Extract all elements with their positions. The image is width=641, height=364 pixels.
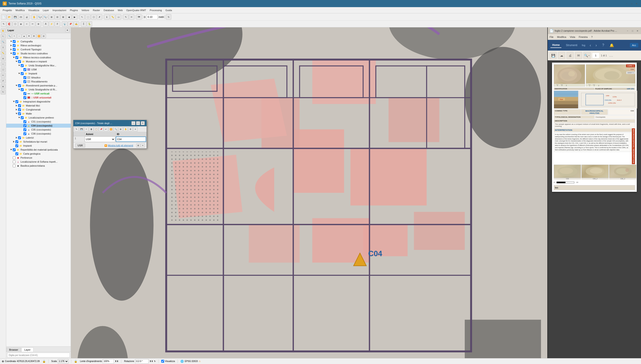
expand-icon[interactable]	[13, 100, 15, 103]
maximize-btn[interactable]: □	[630, 2, 633, 5]
tool-identify[interactable]: ℹ	[1, 45, 6, 50]
layer-checkbox[interactable]	[13, 164, 16, 167]
list-item[interactable]: ▲ C04 (cocciopesto)	[6, 124, 71, 128]
menu-raster[interactable]: Raster	[91, 8, 102, 12]
attr-dialog-close-btn[interactable]: ✕	[141, 121, 145, 125]
list-item[interactable]: Riscaldamento	[6, 80, 71, 84]
layer-checkbox[interactable]	[18, 108, 21, 111]
attr-paste-btn[interactable]: 📌	[99, 127, 103, 132]
pdf-share-btn[interactable]: Acc	[630, 43, 638, 48]
menu-vettore[interactable]: Vettore	[80, 8, 91, 12]
save-btn[interactable]: 💾	[13, 14, 18, 20]
list-item[interactable]: 📁 Confronti Tipologici	[6, 48, 71, 52]
select-btn[interactable]: ↖	[79, 14, 85, 20]
attr-move-btn[interactable]: ✋	[123, 127, 128, 132]
pdf-upload-btn[interactable]: ☁	[558, 52, 565, 59]
attr-undo-btn[interactable]: ↩	[104, 127, 108, 132]
list-item[interactable]: 📁 Murature e impianti	[6, 60, 71, 64]
atlas-btn[interactable]: 🗺	[136, 14, 142, 20]
layer-checkbox[interactable]	[13, 40, 16, 43]
layer-checkbox[interactable]	[18, 112, 21, 115]
pdf-nav-next[interactable]: ›	[595, 43, 597, 48]
footer-grid-btn[interactable]: ⊞	[136, 144, 140, 148]
pdf-page-input[interactable]	[592, 53, 599, 58]
menu-guida[interactable]: Guida	[164, 8, 174, 12]
id-input[interactable]	[116, 136, 146, 142]
expand-icon[interactable]	[13, 140, 15, 143]
pdf-close-btn[interactable]: ✕	[636, 29, 639, 32]
digitize-btn[interactable]: ✎	[1, 22, 6, 27]
expand-icon[interactable]	[18, 88, 21, 91]
tool-addpoly[interactable]: ⬡	[1, 67, 6, 72]
layer-search-btn[interactable]: 🔍	[7, 34, 12, 38]
pdf-content[interactable]: 1 2 3	[548, 60, 641, 358]
reshape-btn[interactable]: ⌗	[24, 22, 30, 27]
attr-save-btn[interactable]: 💾	[79, 127, 84, 132]
attr-zoom-btn[interactable]: ⊞	[118, 127, 123, 132]
tool-delete[interactable]: ✗	[1, 78, 6, 83]
zoom-in-btn[interactable]: 🔍+	[37, 14, 43, 20]
tool-select[interactable]: ↖	[1, 34, 6, 39]
print-btn[interactable]: 🖨	[24, 14, 30, 20]
attr-copy-btn[interactable]: 📋	[94, 127, 98, 132]
layer-checkbox[interactable]	[24, 76, 26, 79]
pdf-print-btn[interactable]: 🖨	[566, 52, 574, 59]
layer-checkbox[interactable]	[18, 60, 21, 63]
layer-filter-btn[interactable]: 🔽	[37, 34, 41, 38]
layer-checkbox[interactable]	[21, 72, 24, 75]
layer-remove-btn[interactable]: −	[17, 34, 22, 38]
expand-icon[interactable]	[15, 104, 18, 107]
pdf-min-btn[interactable]: −	[626, 29, 629, 32]
menu-layer[interactable]: Layer	[41, 8, 51, 12]
layer-checkbox[interactable]	[13, 148, 16, 151]
close-btn[interactable]: ✕	[635, 2, 638, 5]
next-extent-btn[interactable]: ▶	[72, 14, 77, 20]
expand-icon[interactable]	[10, 48, 13, 51]
expand-icon[interactable]	[15, 136, 18, 139]
list-item[interactable]: 📁 Rivestimenti pavimentale p...	[6, 84, 71, 88]
layer-checkbox[interactable]	[24, 96, 26, 99]
list-item[interactable]: ▲ Localizzazione di Sofiana rispett...	[6, 160, 71, 164]
zoom-input[interactable]	[103, 359, 114, 364]
layer-checkbox[interactable]	[15, 100, 18, 103]
georef-btn[interactable]: 📌	[68, 22, 73, 27]
deselect-btn[interactable]: ✗	[97, 14, 102, 20]
menu-web[interactable]: Web	[116, 8, 124, 12]
pdf-fog-btn[interactable]: fog	[582, 44, 585, 46]
tool-node[interactable]: ◈	[1, 84, 6, 89]
pdf-nav-prev[interactable]: ‹	[590, 43, 591, 48]
layer-checkbox[interactable]	[15, 152, 18, 155]
pdf-save-btn[interactable]: 💾	[550, 52, 557, 59]
layer-checkbox[interactable]	[15, 140, 18, 143]
list-item[interactable]: 📁 Localizzazione prelievo	[6, 116, 71, 120]
pdf-zoomout-btn[interactable]: 🔍−	[583, 52, 591, 59]
layer-panel-close[interactable]: ✕	[65, 28, 69, 32]
layer-checkbox[interactable]	[21, 116, 24, 119]
open-btn[interactable]: 📂	[7, 14, 12, 20]
attr-search-btn[interactable]: 🔍	[114, 127, 118, 132]
save-as-btn[interactable]: 🗃	[18, 14, 24, 20]
tool-addline[interactable]: ≈	[1, 62, 6, 66]
menu-progetto[interactable]: Progetto	[1, 8, 14, 12]
expand-icon[interactable]	[18, 72, 21, 75]
prev-extent-btn[interactable]: ◀	[66, 14, 72, 20]
locate-input[interactable]	[7, 353, 70, 358]
menu-plugins[interactable]: Plugins	[68, 8, 80, 12]
expand-icon[interactable]	[15, 84, 18, 87]
pdf-more-btn[interactable]: …	[609, 53, 613, 58]
menu-impostazioni[interactable]: Impostazioni	[51, 8, 68, 12]
select-rect-btn[interactable]: ⬚	[85, 14, 91, 20]
list-item[interactable]: USM	[6, 68, 71, 72]
expand-icon[interactable]	[15, 112, 18, 115]
list-item[interactable]: ▲ C01 (cocciopesto)	[6, 120, 71, 124]
menu-visualizza[interactable]: Visualizza	[27, 8, 41, 12]
map-area[interactable]: C04 0 10 ★ N C04 (cocciopesto) - Totale …	[71, 28, 547, 358]
zoom-full-btn[interactable]: ⊞	[49, 14, 54, 20]
layer-checkbox[interactable]	[18, 136, 21, 139]
list-item[interactable]: 📁 Impianti	[6, 72, 71, 76]
expand-icon[interactable]	[15, 60, 18, 63]
pdf-menu-vista[interactable]: Vista	[570, 36, 575, 38]
list-item[interactable]: — USR verticali	[6, 92, 71, 96]
tool-edit[interactable]: ✏	[1, 73, 6, 78]
list-item[interactable]: 📁 Cartografia	[6, 40, 71, 44]
